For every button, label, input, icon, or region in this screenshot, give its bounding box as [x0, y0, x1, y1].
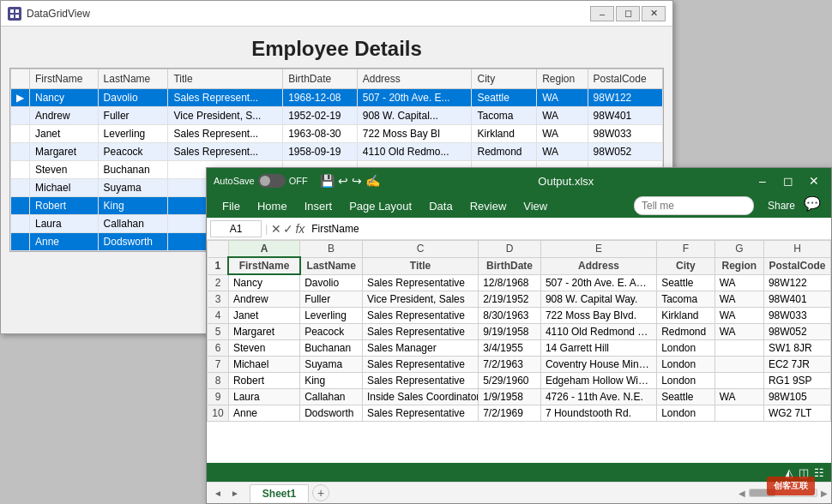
excel-col-header-d[interactable]: BirthDate [479, 257, 541, 274]
excel-cell-g[interactable]: WA [714, 274, 763, 291]
excel-cell-g[interactable]: WA [714, 324, 763, 340]
share-button[interactable]: Share [759, 197, 804, 214]
excel-cell-c[interactable]: Vice President, Sales [362, 291, 478, 308]
undo-icon[interactable]: ↩ [338, 174, 348, 188]
excel-cell-c[interactable]: Sales Manager [362, 340, 478, 357]
excel-minimize-button[interactable]: – [752, 172, 773, 189]
menu-home[interactable]: Home [249, 196, 296, 216]
touch-icon[interactable]: ✍ [365, 174, 380, 188]
formula-input[interactable] [308, 220, 828, 237]
excel-cell-e[interactable]: Edgeham Hollow Winchester Way [540, 373, 656, 389]
excel-cell-c[interactable]: Inside Sales Coordinator [362, 389, 478, 405]
excel-cell-h[interactable]: 98W033 [763, 308, 830, 324]
excel-cell-d[interactable]: 1/9/1958 [479, 389, 541, 405]
excel-col-header-c[interactable]: Title [362, 257, 478, 274]
excel-cell-g[interactable] [714, 340, 763, 357]
save-icon[interactable]: 💾 [320, 174, 335, 188]
excel-cell-f[interactable]: Redmond [657, 324, 715, 340]
excel-cell-g[interactable] [714, 405, 763, 422]
excel-col-header-f[interactable]: City [657, 257, 715, 274]
excel-cell-a[interactable]: Nancy [228, 274, 299, 291]
excel-cell-f[interactable]: London [657, 357, 715, 373]
excel-cell-c[interactable]: Sales Representative [362, 308, 478, 324]
excel-cell-e[interactable]: 4110 Old Redmond Rd. [540, 324, 656, 340]
menu-view[interactable]: View [515, 196, 556, 216]
excel-cell-g[interactable]: WA [714, 389, 763, 405]
excel-cell-c[interactable]: Sales Representative [362, 405, 478, 422]
excel-row[interactable]: 2 Nancy Davolio Sales Representative 12/… [208, 274, 831, 291]
datagrid-row[interactable]: Margaret Peacock Sales Represent... 1958… [11, 143, 663, 161]
excel-cell-a[interactable]: Margaret [228, 324, 299, 340]
excel-cell-a[interactable]: Steven [228, 340, 299, 357]
excel-cell-b[interactable]: King [300, 373, 363, 389]
formula-fx-icon[interactable]: fx [295, 222, 304, 236]
excel-cell-e[interactable]: 4726 - 11th Ave. N.E. [540, 389, 656, 405]
excel-cell-g[interactable]: WA [714, 291, 763, 308]
sheet-next-arrow[interactable]: ► [227, 487, 243, 500]
formula-confirm-icon[interactable]: ✓ [283, 222, 293, 236]
redo-icon[interactable]: ↪ [352, 174, 362, 188]
excel-cell-d[interactable]: 3/4/1955 [479, 340, 541, 357]
close-button[interactable]: ✕ [642, 6, 666, 21]
excel-cell-c[interactable]: Sales Representative [362, 357, 478, 373]
excel-cell-a[interactable]: Laura [228, 389, 299, 405]
excel-cell-b[interactable]: Dodsworth [300, 405, 363, 422]
excel-cell-d[interactable]: 7/2/1969 [479, 405, 541, 422]
add-sheet-button[interactable]: + [312, 484, 329, 501]
excel-cell-f[interactable]: London [657, 405, 715, 422]
excel-row[interactable]: 10 Anne Dodsworth Sales Representative 7… [208, 405, 831, 422]
datagrid-row[interactable]: Janet Leverling Sales Represent... 1963-… [11, 125, 663, 143]
excel-cell-h[interactable]: SW1 8JR [763, 340, 830, 357]
excel-close-button[interactable]: ✕ [804, 172, 824, 189]
excel-row[interactable]: 4 Janet Leverling Sales Representative 8… [208, 308, 831, 324]
autosave-toggle[interactable] [258, 174, 286, 188]
excel-cell-h[interactable]: EC2 7JR [763, 357, 830, 373]
page-break-icon[interactable]: ☷ [814, 466, 824, 479]
excel-cell-g[interactable] [714, 357, 763, 373]
cell-reference-box[interactable] [210, 220, 262, 237]
excel-cell-b[interactable]: Callahan [300, 389, 363, 405]
excel-cell-b[interactable]: Peacock [300, 324, 363, 340]
menu-insert[interactable]: Insert [296, 196, 341, 216]
excel-cell-h[interactable]: 98W122 [763, 274, 830, 291]
excel-col-header-e[interactable]: Address [540, 257, 656, 274]
excel-cell-h[interactable]: 98W105 [763, 389, 830, 405]
hscroll-right-arrow[interactable]: ▶ [821, 489, 828, 498]
excel-col-header-g[interactable]: Region [714, 257, 763, 274]
excel-cell-e[interactable]: 507 - 20th Ave. E. Apt. 2A [540, 274, 656, 291]
excel-cell-h[interactable]: WG2 7LT [763, 405, 830, 422]
excel-cell-d[interactable]: 8/30/1963 [479, 308, 541, 324]
sheet-prev-arrow[interactable]: ◄ [210, 487, 226, 500]
excel-cell-g[interactable] [714, 373, 763, 389]
excel-row[interactable]: 6 Steven Buchanan Sales Manager 3/4/1955… [208, 340, 831, 357]
excel-cell-f[interactable]: Kirkland [657, 308, 715, 324]
excel-row[interactable]: 5 Margaret Peacock Sales Representative … [208, 324, 831, 340]
excel-cell-h[interactable]: RG1 9SP [763, 373, 830, 389]
excel-restore-button[interactable]: ◻ [778, 172, 799, 189]
excel-col-header-a[interactable]: FirstName [228, 257, 299, 274]
menu-review[interactable]: Review [461, 196, 515, 216]
excel-cell-f[interactable]: London [657, 373, 715, 389]
excel-cell-d[interactable]: 12/8/1968 [479, 274, 541, 291]
excel-cell-f[interactable]: Seattle [657, 274, 715, 291]
excel-cell-e[interactable]: 722 Moss Bay Blvd. [540, 308, 656, 324]
excel-cell-b[interactable]: Buchanan [300, 340, 363, 357]
excel-cell-c[interactable]: Sales Representative [362, 373, 478, 389]
excel-cell-f[interactable]: Tacoma [657, 291, 715, 308]
menu-page-layout[interactable]: Page Layout [341, 196, 420, 216]
excel-row[interactable]: 7 Michael Suyama Sales Representative 7/… [208, 357, 831, 373]
excel-cell-d[interactable]: 7/2/1963 [479, 357, 541, 373]
excel-cell-e[interactable]: Coventry House Miner Rd. [540, 357, 656, 373]
excel-cell-b[interactable]: Suyama [300, 357, 363, 373]
excel-cell-c[interactable]: Sales Representative [362, 324, 478, 340]
menu-data[interactable]: Data [420, 196, 461, 216]
datagrid-row[interactable]: ▶ Nancy Davolio Sales Represent... 1968-… [11, 89, 663, 107]
maximize-button[interactable]: ◻ [616, 6, 640, 21]
excel-cell-f[interactable]: Seattle [657, 389, 715, 405]
excel-col-header-h[interactable]: PostalCode [763, 257, 830, 274]
excel-cell-d[interactable]: 2/19/1952 [479, 291, 541, 308]
sheet1-tab[interactable]: Sheet1 [250, 484, 309, 502]
excel-cell-d[interactable]: 9/19/1958 [479, 324, 541, 340]
minimize-button[interactable]: – [590, 6, 614, 21]
excel-cell-a[interactable]: Anne [228, 405, 299, 422]
